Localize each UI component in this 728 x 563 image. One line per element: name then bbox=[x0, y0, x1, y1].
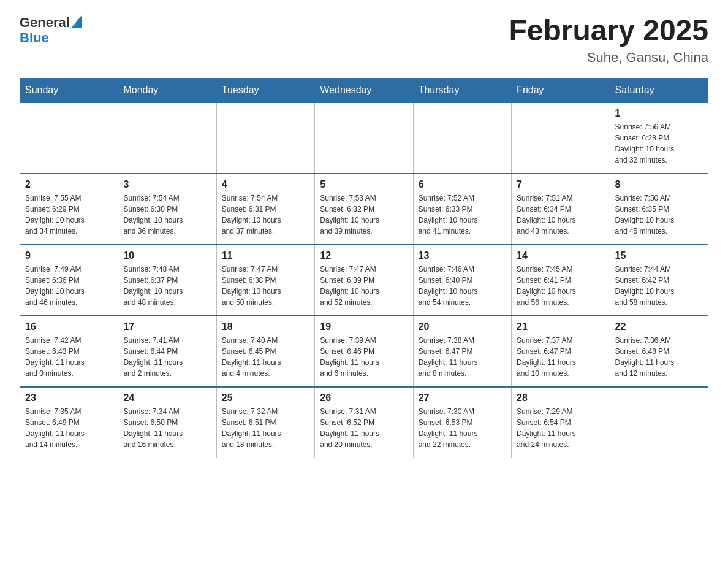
day-info: Sunrise: 7:48 AMSunset: 6:37 PMDaylight:… bbox=[123, 264, 211, 308]
day-number: 22 bbox=[615, 321, 703, 332]
calendar-week-row: 9Sunrise: 7:49 AMSunset: 6:36 PMDaylight… bbox=[20, 245, 708, 316]
calendar-day-26: 26Sunrise: 7:31 AMSunset: 6:52 PMDayligh… bbox=[315, 387, 413, 458]
day-info: Sunrise: 7:54 AMSunset: 6:30 PMDaylight:… bbox=[123, 193, 211, 237]
calendar-day-7: 7Sunrise: 7:51 AMSunset: 6:34 PMDaylight… bbox=[512, 174, 610, 245]
day-info: Sunrise: 7:56 AMSunset: 6:28 PMDaylight:… bbox=[615, 121, 703, 166]
day-info: Sunrise: 7:41 AMSunset: 6:44 PMDaylight:… bbox=[123, 335, 211, 379]
day-info: Sunrise: 7:51 AMSunset: 6:34 PMDaylight:… bbox=[517, 193, 604, 237]
calendar-day-12: 12Sunrise: 7:47 AMSunset: 6:39 PMDayligh… bbox=[315, 245, 413, 316]
weekday-header-tuesday: Tuesday bbox=[216, 78, 314, 102]
logo-text-blue: Blue bbox=[20, 30, 49, 45]
day-info: Sunrise: 7:42 AMSunset: 6:43 PMDaylight:… bbox=[25, 335, 113, 379]
logo-text-general: General bbox=[20, 15, 70, 30]
page-header: General Blue February 2025 Suhe, Gansu, … bbox=[20, 15, 708, 66]
calendar-day-1: 1Sunrise: 7:56 AMSunset: 6:28 PMDaylight… bbox=[610, 102, 708, 174]
calendar-day-17: 17Sunrise: 7:41 AMSunset: 6:44 PMDayligh… bbox=[118, 316, 216, 387]
day-number: 21 bbox=[517, 321, 604, 332]
day-number: 19 bbox=[320, 321, 408, 332]
day-info: Sunrise: 7:34 AMSunset: 6:50 PMDaylight:… bbox=[123, 406, 211, 450]
day-info: Sunrise: 7:47 AMSunset: 6:38 PMDaylight:… bbox=[222, 264, 309, 308]
svg-marker-0 bbox=[71, 15, 82, 28]
day-info: Sunrise: 7:49 AMSunset: 6:36 PMDaylight:… bbox=[25, 264, 113, 308]
day-info: Sunrise: 7:30 AMSunset: 6:53 PMDaylight:… bbox=[419, 406, 506, 450]
weekday-header-thursday: Thursday bbox=[413, 78, 511, 102]
calendar-empty-cell bbox=[413, 102, 511, 174]
calendar-day-14: 14Sunrise: 7:45 AMSunset: 6:41 PMDayligh… bbox=[512, 245, 610, 316]
day-info: Sunrise: 7:39 AMSunset: 6:46 PMDaylight:… bbox=[320, 335, 408, 379]
day-number: 15 bbox=[615, 250, 703, 261]
day-info: Sunrise: 7:36 AMSunset: 6:48 PMDaylight:… bbox=[615, 335, 703, 379]
weekday-header-friday: Friday bbox=[512, 78, 610, 102]
day-info: Sunrise: 7:53 AMSunset: 6:32 PMDaylight:… bbox=[320, 193, 408, 237]
day-info: Sunrise: 7:29 AMSunset: 6:54 PMDaylight:… bbox=[517, 406, 604, 450]
day-number: 10 bbox=[123, 250, 211, 261]
day-number: 17 bbox=[123, 321, 211, 332]
day-number: 27 bbox=[419, 393, 506, 404]
calendar-day-8: 8Sunrise: 7:50 AMSunset: 6:35 PMDaylight… bbox=[610, 174, 708, 245]
weekday-header-wednesday: Wednesday bbox=[315, 78, 413, 102]
day-number: 9 bbox=[25, 250, 113, 261]
calendar-day-23: 23Sunrise: 7:35 AMSunset: 6:49 PMDayligh… bbox=[20, 387, 118, 458]
calendar-day-19: 19Sunrise: 7:39 AMSunset: 6:46 PMDayligh… bbox=[315, 316, 413, 387]
day-info: Sunrise: 7:35 AMSunset: 6:49 PMDaylight:… bbox=[25, 406, 113, 450]
day-number: 16 bbox=[25, 321, 113, 332]
day-number: 4 bbox=[222, 179, 309, 190]
calendar-day-6: 6Sunrise: 7:52 AMSunset: 6:33 PMDaylight… bbox=[413, 174, 511, 245]
calendar-day-13: 13Sunrise: 7:46 AMSunset: 6:40 PMDayligh… bbox=[413, 245, 511, 316]
calendar-day-16: 16Sunrise: 7:42 AMSunset: 6:43 PMDayligh… bbox=[20, 316, 118, 387]
logo: General Blue bbox=[20, 15, 82, 45]
calendar-day-3: 3Sunrise: 7:54 AMSunset: 6:30 PMDaylight… bbox=[118, 174, 216, 245]
day-info: Sunrise: 7:32 AMSunset: 6:51 PMDaylight:… bbox=[222, 406, 309, 450]
day-info: Sunrise: 7:44 AMSunset: 6:42 PMDaylight:… bbox=[615, 264, 703, 308]
calendar-empty-cell bbox=[610, 387, 708, 458]
weekday-header-row: SundayMondayTuesdayWednesdayThursdayFrid… bbox=[20, 78, 708, 102]
day-info: Sunrise: 7:54 AMSunset: 6:31 PMDaylight:… bbox=[222, 193, 309, 237]
day-number: 2 bbox=[25, 179, 113, 190]
calendar-day-10: 10Sunrise: 7:48 AMSunset: 6:37 PMDayligh… bbox=[118, 245, 216, 316]
day-number: 24 bbox=[123, 393, 211, 404]
calendar-day-15: 15Sunrise: 7:44 AMSunset: 6:42 PMDayligh… bbox=[610, 245, 708, 316]
calendar-day-11: 11Sunrise: 7:47 AMSunset: 6:38 PMDayligh… bbox=[216, 245, 314, 316]
calendar-empty-cell bbox=[20, 102, 118, 174]
calendar-day-25: 25Sunrise: 7:32 AMSunset: 6:51 PMDayligh… bbox=[216, 387, 314, 458]
calendar-empty-cell bbox=[315, 102, 413, 174]
weekday-header-monday: Monday bbox=[118, 78, 216, 102]
day-number: 18 bbox=[222, 321, 309, 332]
calendar-day-21: 21Sunrise: 7:37 AMSunset: 6:47 PMDayligh… bbox=[512, 316, 610, 387]
calendar-day-18: 18Sunrise: 7:40 AMSunset: 6:45 PMDayligh… bbox=[216, 316, 314, 387]
calendar-day-9: 9Sunrise: 7:49 AMSunset: 6:36 PMDaylight… bbox=[20, 245, 118, 316]
day-number: 7 bbox=[517, 179, 604, 190]
day-info: Sunrise: 7:52 AMSunset: 6:33 PMDaylight:… bbox=[419, 193, 506, 237]
calendar-subtitle: Suhe, Gansu, China bbox=[509, 50, 708, 66]
calendar-week-row: 1Sunrise: 7:56 AMSunset: 6:28 PMDaylight… bbox=[20, 102, 708, 174]
calendar-table: SundayMondayTuesdayWednesdayThursdayFrid… bbox=[20, 78, 708, 458]
day-number: 6 bbox=[419, 179, 506, 190]
calendar-day-28: 28Sunrise: 7:29 AMSunset: 6:54 PMDayligh… bbox=[512, 387, 610, 458]
day-number: 13 bbox=[419, 250, 506, 261]
day-number: 1 bbox=[615, 108, 703, 119]
calendar-day-20: 20Sunrise: 7:38 AMSunset: 6:47 PMDayligh… bbox=[413, 316, 511, 387]
calendar-week-row: 2Sunrise: 7:55 AMSunset: 6:29 PMDaylight… bbox=[20, 174, 708, 245]
day-number: 3 bbox=[123, 179, 211, 190]
calendar-day-27: 27Sunrise: 7:30 AMSunset: 6:53 PMDayligh… bbox=[413, 387, 511, 458]
day-info: Sunrise: 7:55 AMSunset: 6:29 PMDaylight:… bbox=[25, 193, 113, 237]
day-info: Sunrise: 7:40 AMSunset: 6:45 PMDaylight:… bbox=[222, 335, 309, 379]
day-info: Sunrise: 7:31 AMSunset: 6:52 PMDaylight:… bbox=[320, 406, 408, 450]
day-info: Sunrise: 7:45 AMSunset: 6:41 PMDaylight:… bbox=[517, 264, 604, 308]
calendar-day-22: 22Sunrise: 7:36 AMSunset: 6:48 PMDayligh… bbox=[610, 316, 708, 387]
day-number: 12 bbox=[320, 250, 408, 261]
calendar-day-2: 2Sunrise: 7:55 AMSunset: 6:29 PMDaylight… bbox=[20, 174, 118, 245]
day-info: Sunrise: 7:50 AMSunset: 6:35 PMDaylight:… bbox=[615, 193, 703, 237]
calendar-week-row: 16Sunrise: 7:42 AMSunset: 6:43 PMDayligh… bbox=[20, 316, 708, 387]
day-info: Sunrise: 7:47 AMSunset: 6:39 PMDaylight:… bbox=[320, 264, 408, 308]
calendar-empty-cell bbox=[118, 102, 216, 174]
day-number: 5 bbox=[320, 179, 408, 190]
day-number: 25 bbox=[222, 393, 309, 404]
day-number: 28 bbox=[517, 393, 604, 404]
day-number: 26 bbox=[320, 393, 408, 404]
day-info: Sunrise: 7:38 AMSunset: 6:47 PMDaylight:… bbox=[419, 335, 506, 379]
calendar-day-5: 5Sunrise: 7:53 AMSunset: 6:32 PMDaylight… bbox=[315, 174, 413, 245]
day-number: 8 bbox=[615, 179, 703, 190]
weekday-header-saturday: Saturday bbox=[610, 78, 708, 102]
calendar-empty-cell bbox=[512, 102, 610, 174]
